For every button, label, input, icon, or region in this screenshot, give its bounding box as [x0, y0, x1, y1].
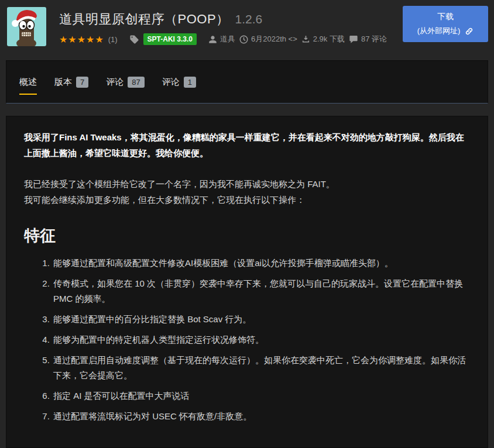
download-button-sublabel: (从外部网址) — [417, 26, 461, 36]
downloads-label: 2.9k 下载 — [313, 34, 345, 44]
tab-comments-label: 评论 — [106, 77, 124, 88]
comments-item: 87 评论 — [349, 34, 387, 44]
feature-item: 能够通过配置中的百分比指定替换 Bot Scav 行为。 — [52, 312, 470, 327]
tag-icon — [129, 35, 139, 44]
feature-item: 通过配置启用自动难度调整（基于现在的每次运行）。如果你在突袭中死亡，它会为你调整… — [52, 353, 470, 383]
tab-reviews[interactable]: 评论 1 — [162, 71, 196, 94]
user-icon — [208, 35, 217, 44]
downloads-item: 2.9k 下载 — [301, 34, 345, 44]
tab-comments-count-badge: 87 — [128, 77, 144, 88]
tab-comments[interactable]: 评论 87 — [106, 71, 144, 94]
mod-header: 道具明显原创程序（POOP） 1.2.6 ★★★★★ (1) SPT-AKI 3… — [0, 0, 494, 54]
download-button[interactable]: 下载 (从外部网址) — [403, 6, 488, 42]
tab-reviews-count-badge: 1 — [184, 77, 196, 88]
tab-bar: 概述 版本 7 评论 87 评论 1 — [6, 60, 488, 104]
tab-versions-count-badge: 7 — [76, 77, 88, 88]
external-link-icon — [465, 27, 474, 36]
date-label: 6月2022th <> — [251, 34, 297, 44]
category-label: 道具 — [220, 34, 235, 44]
feature-item: 能够通过配置和高级配置文件修改AI模板困难（设置ai以允许投掷手榴弹或瞄准头部）… — [52, 256, 470, 271]
tab-reviews-label: 评论 — [162, 77, 180, 88]
clock-icon — [239, 35, 248, 44]
spt-aki-version-badge[interactable]: SPT-AKI 3.3.0 — [143, 33, 197, 45]
rating-count: (1) — [108, 35, 118, 44]
download-button-label: 下载 — [437, 12, 454, 22]
overview-content: 我采用了Fins AI Tweaks，将其混蛋化，像糟糕的家具一样重建它，并在看… — [6, 116, 488, 448]
mod-avatar — [7, 7, 46, 46]
tab-overview[interactable]: 概述 — [19, 71, 37, 94]
description-paragraph: 我已经接受了这个模组并给它改了一个名字，因为我不能再诚实地称之为 FAIT。 我… — [24, 176, 470, 208]
feature-item: 指定 AI 是否可以在配置中大声说话 — [52, 388, 470, 404]
tab-versions-label: 版本 — [54, 77, 72, 88]
star-rating-icon: ★★★★★ — [59, 34, 104, 45]
tab-overview-label: 概述 — [19, 77, 37, 88]
poop-santa-avatar-image — [7, 7, 46, 46]
intro-paragraph: 我采用了Fins AI Tweaks，将其混蛋化，像糟糕的家具一样重建它，并在看… — [24, 129, 470, 161]
comments-label: 87 评论 — [361, 34, 387, 44]
mod-version: 1.2.6 — [235, 12, 263, 26]
comment-icon — [349, 35, 358, 44]
category-item[interactable]: 道具 — [208, 34, 235, 44]
feature-item: 传奇模式，如果您在 10 次（非贯穿）突袭中幸存下来，您就可以与自己的玩家战斗。… — [52, 276, 470, 306]
features-heading: 特征 — [24, 225, 470, 246]
feature-item: 能够为配置中的特定机器人类型指定运行状况修饰符。 — [52, 332, 470, 347]
date-item: 6月2022th <> — [239, 34, 297, 44]
description-line-2: 我可能会继续添加更多功能，但在大多数情况下，它现在执行以下操作： — [24, 195, 305, 205]
download-icon — [301, 35, 310, 44]
tab-versions[interactable]: 版本 7 — [54, 71, 88, 94]
feature-item: 通过配置将流氓标记为对 USEC 怀有敌意/非敌意。 — [52, 409, 470, 424]
description-line-1: 我已经接受了这个模组并给它改了一个名字，因为我不能再诚实地称之为 FAIT。 — [24, 179, 335, 189]
features-list: 能够通过配置和高级配置文件修改AI模板困难（设置ai以允许投掷手榴弹或瞄准头部）… — [24, 256, 470, 424]
page-title: 道具明显原创程序（POOP） — [59, 11, 229, 28]
